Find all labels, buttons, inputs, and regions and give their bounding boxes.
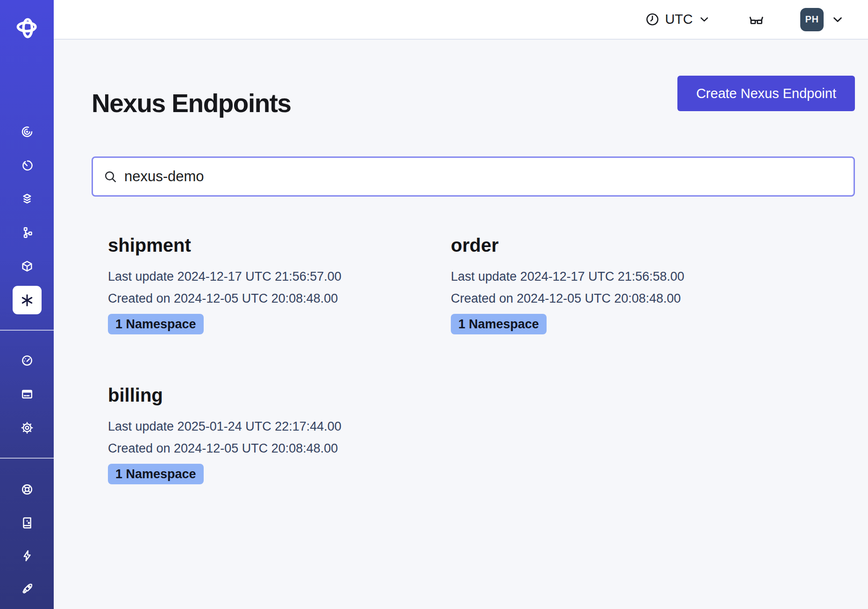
timer-icon[interactable] (21, 159, 34, 172)
glasses-icon[interactable] (748, 11, 765, 28)
sidebar-section-primary (13, 125, 42, 314)
sidebar-section-help (21, 483, 34, 595)
title-row: Nexus Endpoints Create Nexus Endpoint (92, 76, 855, 118)
temporal-logo[interactable] (15, 16, 39, 40)
endpoint-meta: Last update 2025-01-24 UTC 22:17:44.00 C… (108, 416, 434, 460)
created-on-text: Created on 2024-12-05 UTC 20:08:48.00 (108, 438, 434, 460)
life-ring-icon[interactable] (21, 483, 34, 496)
content-area: Nexus Endpoints Create Nexus Endpoint sh… (54, 40, 868, 609)
gear-icon[interactable] (21, 421, 34, 434)
main-column: UTC PH Nexus Endpoints Create Nexus En (54, 0, 868, 609)
chevron-down-icon (698, 13, 711, 26)
chevron-down-icon (831, 13, 845, 27)
endpoint-name-link[interactable]: billing (108, 384, 434, 406)
clock-icon (645, 12, 660, 27)
window-icon[interactable] (21, 388, 34, 401)
namespace-badge: 1 Namespace (108, 464, 204, 484)
book-sparkles-icon[interactable] (21, 516, 34, 529)
network-icon[interactable] (21, 226, 34, 239)
endpoint-card: billing Last update 2025-01-24 UTC 22:17… (92, 384, 434, 484)
endpoint-cards-grid: shipment Last update 2024-12-17 UTC 21:5… (92, 234, 855, 484)
endpoint-meta: Last update 2024-12-17 UTC 21:56:58.00 C… (451, 266, 777, 310)
layers-icon[interactable] (21, 192, 34, 205)
page-title: Nexus Endpoints (92, 88, 291, 118)
search-icon (103, 170, 118, 184)
endpoint-card: shipment Last update 2024-12-17 UTC 21:5… (92, 234, 434, 334)
created-on-text: Created on 2024-12-05 UTC 20:08:48.00 (451, 288, 777, 310)
endpoint-name-link[interactable]: order (451, 234, 777, 256)
gauge-icon[interactable] (21, 354, 34, 367)
account-menu[interactable]: PH (800, 8, 845, 31)
create-nexus-endpoint-button[interactable]: Create Nexus Endpoint (677, 76, 855, 111)
search-box (92, 156, 855, 197)
avatar[interactable]: PH (800, 8, 824, 31)
cube-icon[interactable] (21, 260, 34, 273)
sidebar-divider (0, 330, 54, 331)
endpoint-meta: Last update 2024-12-17 UTC 21:56:57.00 C… (108, 266, 434, 310)
spiral-icon[interactable] (21, 125, 34, 138)
sidebar-divider (0, 458, 54, 459)
timezone-selector[interactable]: UTC (645, 12, 711, 27)
last-update-text: Last update 2025-01-24 UTC 22:17:44.00 (108, 416, 434, 438)
endpoint-name-link[interactable]: shipment (108, 234, 434, 256)
last-update-text: Last update 2024-12-17 UTC 21:56:58.00 (451, 266, 777, 288)
created-on-text: Created on 2024-12-05 UTC 20:08:48.00 (108, 288, 434, 310)
namespace-badge: 1 Namespace (108, 314, 204, 334)
sidebar (0, 0, 54, 609)
namespace-badge: 1 Namespace (451, 314, 547, 334)
rocket-icon[interactable] (21, 582, 34, 595)
sidebar-section-account (21, 354, 34, 434)
last-update-text: Last update 2024-12-17 UTC 21:56:57.00 (108, 266, 434, 288)
timezone-label: UTC (665, 12, 693, 27)
asterisk-icon[interactable] (13, 286, 42, 314)
top-bar: UTC PH (54, 0, 868, 40)
search-input[interactable] (124, 158, 854, 195)
lightning-icon[interactable] (21, 549, 34, 562)
endpoint-card: order Last update 2024-12-17 UTC 21:56:5… (434, 234, 777, 334)
